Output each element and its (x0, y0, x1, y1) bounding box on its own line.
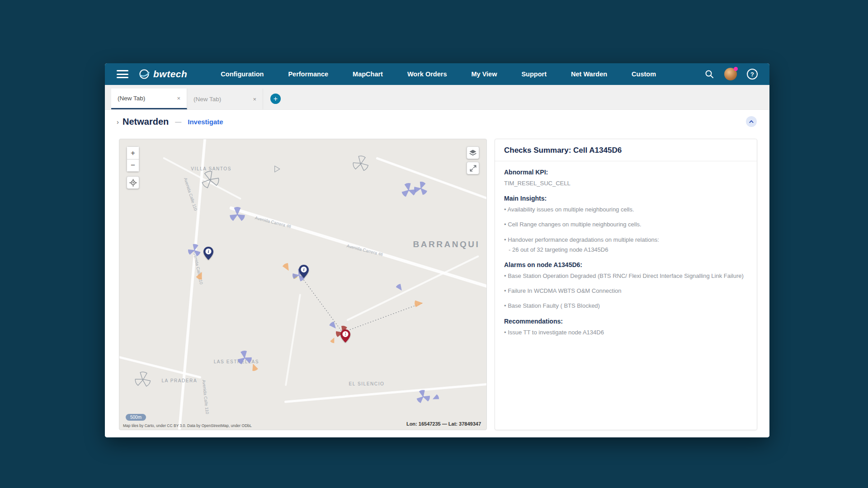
add-tab-button[interactable]: + (270, 94, 281, 104)
search-button[interactable] (704, 69, 714, 79)
section-heading-abnormal-kpi: Abnormal KPI: (504, 169, 748, 176)
summary-header: Checks Summary: Cell A1345D6 (495, 139, 757, 161)
cell-tower-marker[interactable] (229, 206, 245, 223)
tab-new-tab-1[interactable]: (New Tab) × (111, 89, 187, 109)
help-glyph: ? (750, 71, 754, 78)
tab-label: (New Tab) (118, 95, 145, 102)
info-pin[interactable]: i (203, 247, 213, 262)
cell-tower-marker[interactable] (201, 171, 219, 189)
tab-new-tab-2[interactable]: (New Tab) × (187, 89, 263, 109)
crosshair-icon (129, 178, 137, 187)
alarm-item: • Base Station Faulty ( BTS Blocked) (504, 302, 748, 310)
insight-item: • Availability issues on multiple neighb… (504, 206, 748, 214)
section-heading-alarms: Alarms on node A1345D6: (504, 261, 748, 268)
user-avatar[interactable] (724, 68, 737, 80)
map-canvas[interactable]: VILLA SANTOS BARRANQUI LAS ESTRELLAS LA … (119, 139, 486, 430)
tab-bar: (New Tab) × (New Tab) × + (105, 85, 769, 110)
cell-tower-marker[interactable] (329, 333, 340, 343)
chevron-up-icon (748, 118, 755, 125)
nav-item-configuration[interactable]: Configuration (221, 70, 264, 78)
map-top-right-controls (467, 146, 479, 174)
cell-tower-marker[interactable] (194, 265, 209, 280)
top-navbar: bwtech Configuration Performance MapChar… (105, 63, 769, 85)
cell-tower-marker[interactable] (246, 357, 260, 371)
map-attribution: Map tiles by Carto, under CC BY 3.0. Dat… (123, 423, 252, 428)
map-scale: 500m (126, 414, 146, 421)
summary-title: Checks Summary: Cell A1345D6 (504, 146, 748, 155)
summary-body: Abnormal KPI: TIM_RESEL_SUC_CELL Main In… (495, 161, 757, 351)
insight-sub-item: - 26 out of 32 targeting node A1345D6 (504, 246, 748, 254)
alert-pin[interactable]: ! (340, 329, 350, 344)
alarm-item: • Failure In WCDMA WBTS O&M Connection (504, 287, 748, 295)
cell-tower-marker[interactable] (188, 244, 201, 257)
investigate-link[interactable]: Investigate (188, 118, 223, 126)
kpi-value: TIM_RESEL_SUC_CELL (504, 179, 748, 188)
help-button[interactable]: ? (747, 69, 758, 80)
section-heading-recommendations: Recommendations: (504, 318, 748, 325)
recommendation-item: • Issue TT to investigate node A134D6 (504, 328, 748, 337)
svg-text:i: i (303, 267, 304, 272)
navbar-right: ? (704, 68, 758, 80)
notification-dot (734, 67, 738, 71)
map-coordinates: Lon: 16547235 — Lat: 37849347 (406, 421, 481, 427)
map-marker-layer: ii! (119, 139, 486, 430)
cell-tower-marker[interactable] (270, 162, 283, 176)
cell-tower-marker[interactable] (353, 155, 369, 172)
svg-text:i: i (208, 249, 209, 253)
page-header: › Netwarden — Investigate (105, 110, 769, 133)
main-content: VILLA SANTOS BARRANQUI LAS ESTRELLAS LA … (105, 133, 769, 437)
brand-globe-icon (138, 68, 150, 80)
insight-item: • Cell Range changes on multiple neighbo… (504, 221, 748, 229)
breadcrumb-chevron[interactable]: › (117, 118, 119, 126)
tab-label: (New Tab) (193, 96, 221, 103)
cell-tower-marker[interactable] (135, 371, 151, 388)
layers-icon (469, 149, 477, 157)
app-window: bwtech Configuration Performance MapChar… (105, 63, 769, 437)
cell-tower-marker[interactable] (395, 283, 408, 297)
search-icon (704, 69, 714, 79)
nav-item-performance[interactable]: Performance (288, 70, 328, 78)
insight-item: • Handover performance degradations on m… (504, 236, 748, 244)
fullscreen-button[interactable] (467, 162, 479, 174)
map-panel: VILLA SANTOS BARRANQUI LAS ESTRELLAS LA … (119, 139, 487, 430)
menu-button[interactable] (117, 70, 128, 78)
cell-tower-marker[interactable] (414, 181, 428, 196)
section-heading-main-insights: Main Insights: (504, 195, 748, 202)
brand-logo[interactable]: bwtech (138, 68, 187, 80)
layers-button[interactable] (467, 146, 479, 159)
page-title: Netwarden (123, 117, 169, 127)
zoom-out-button[interactable]: − (127, 159, 139, 172)
close-tab-icon[interactable]: × (253, 96, 256, 103)
desktop-background: bwtech Configuration Performance MapChar… (0, 0, 868, 488)
checks-summary-panel: Checks Summary: Cell A1345D6 Abnormal KP… (495, 139, 757, 430)
locate-button[interactable] (127, 176, 139, 189)
zoom-controls: + − (127, 146, 139, 172)
nav-item-net-warden[interactable]: Net Warden (571, 70, 607, 78)
close-tab-icon[interactable]: × (177, 95, 180, 102)
nav-item-mapchart[interactable]: MapChart (353, 70, 383, 78)
nav-item-support[interactable]: Support (521, 70, 547, 78)
cell-tower-marker[interactable] (427, 393, 439, 405)
brand-name: bwtech (153, 69, 187, 80)
breadcrumb-separator: — (175, 118, 181, 125)
alarm-item: • Base Station Operation Degraded (BTS R… (504, 272, 748, 280)
nav-item-custom[interactable]: Custom (632, 70, 656, 78)
info-pin[interactable]: i (299, 265, 309, 280)
expand-icon (469, 164, 477, 172)
collapse-panel-button[interactable] (746, 116, 757, 127)
nav-item-my-view[interactable]: My View (472, 70, 497, 78)
nav-item-work-orders[interactable]: Work Orders (407, 70, 447, 78)
cell-tower-marker[interactable] (414, 295, 430, 311)
svg-text:!: ! (344, 332, 346, 337)
main-nav: Configuration Performance MapChart Work … (221, 70, 656, 78)
zoom-in-button[interactable]: + (127, 146, 139, 159)
